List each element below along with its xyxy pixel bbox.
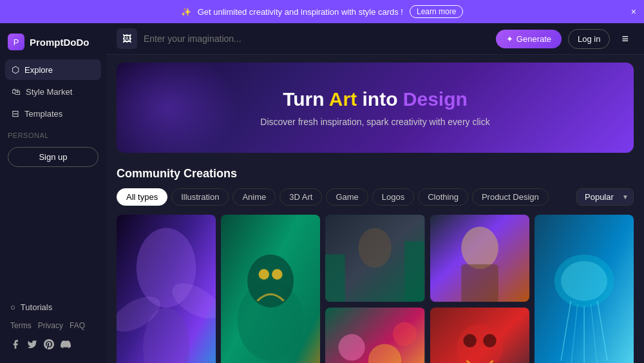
svg-point-31 (463, 334, 477, 348)
svg-rect-11 (325, 255, 345, 302)
faq-link[interactable]: FAQ (70, 321, 85, 330)
grid-item-mask[interactable] (430, 308, 529, 363)
grid-item-forest[interactable] (325, 215, 424, 302)
twitter-icon[interactable] (27, 339, 37, 351)
svg-point-8 (259, 269, 269, 279)
sidebar-explore-label: Explore (24, 65, 53, 75)
svg-rect-16 (461, 264, 498, 302)
community-title: Community Creations (117, 167, 634, 181)
svg-point-7 (247, 255, 294, 308)
image-icon: 🖼 (122, 34, 131, 44)
sidebar-item-tutorials[interactable]: ○ Tutorials (0, 297, 106, 317)
filter-3d-art[interactable]: 3D Art (279, 188, 322, 206)
style-market-icon: 🛍 (12, 86, 21, 97)
explore-icon: ⬡ (12, 64, 19, 75)
sidebar-item-style-market[interactable]: 🛍 Style Market (5, 81, 101, 102)
logo-icon: P (8, 34, 24, 50)
footer-links: Terms Privacy FAQ (0, 317, 106, 334)
grid-item-flowers[interactable] (325, 308, 424, 363)
sort-select[interactable]: Popular Latest Trending (576, 188, 634, 206)
generate-button[interactable]: ✦ Generate (496, 30, 562, 48)
svg-point-13 (359, 228, 392, 268)
templates-icon: ⊟ (12, 108, 19, 119)
tutorials-icon: ○ (10, 302, 15, 312)
banner-text: Get unlimited creativity and inspiration… (198, 7, 403, 17)
banner-close-icon[interactable]: × (631, 6, 636, 17)
grid-item-jellyfish[interactable] (535, 215, 634, 363)
image-grid (117, 215, 634, 363)
svg-point-19 (561, 261, 607, 301)
hero-banner: Turn Art into Design Discover fresh insp… (117, 63, 634, 153)
menu-button[interactable]: ≡ (616, 30, 634, 48)
sidebar-item-templates[interactable]: ⊟ Templates (5, 103, 101, 124)
personal-section-label: Personal (0, 124, 106, 143)
star-icon: ✨ (181, 7, 191, 17)
svg-point-9 (272, 269, 282, 279)
generate-icon: ✦ (506, 34, 513, 44)
pinterest-icon[interactable] (44, 339, 54, 351)
sort-wrapper: Popular Latest Trending ▼ (576, 188, 634, 206)
topbar: 🖼 ✦ Generate Log in ≡ (106, 23, 644, 55)
discord-icon[interactable] (61, 339, 71, 351)
filter-product-design[interactable]: Product Design (472, 188, 549, 206)
sidebar-item-explore[interactable]: ⬡ Explore (5, 59, 101, 80)
community-section: Community Creations All types Illustrati… (106, 161, 644, 363)
grid-item-turtle[interactable] (221, 215, 320, 363)
svg-rect-12 (405, 241, 425, 302)
svg-point-32 (483, 334, 497, 348)
filter-all-types[interactable]: All types (117, 188, 167, 206)
sidebar-style-market-label: Style Market (26, 87, 72, 97)
svg-point-15 (461, 227, 498, 270)
hero-title: Turn Art into Design (129, 88, 621, 110)
sidebar: P PromptDoDo ⬡ Explore 🛍 Style Market ⊟ … (0, 23, 106, 363)
filter-clothing[interactable]: Clothing (418, 188, 468, 206)
svg-point-28 (393, 322, 417, 346)
sidebar-templates-label: Templates (24, 109, 62, 119)
image-upload-button[interactable]: 🖼 (117, 28, 137, 49)
sidebar-nav: ⬡ Explore 🛍 Style Market ⊟ Templates (0, 59, 106, 124)
main-content: 🖼 ✦ Generate Log in ≡ Turn Art into Desi… (106, 23, 644, 363)
filter-anime[interactable]: Anime (232, 188, 276, 206)
privacy-link[interactable]: Privacy (38, 321, 63, 330)
social-links (0, 334, 106, 357)
sign-up-button[interactable]: Sign up (8, 147, 99, 167)
logo-area: P PromptDoDo (0, 30, 106, 59)
tutorials-label: Tutorials (21, 302, 52, 312)
grid-item-fairy[interactable] (117, 215, 216, 363)
grid-item-woman[interactable] (430, 215, 529, 302)
filter-logos[interactable]: Logos (372, 188, 414, 206)
logo-text: PromptDoDo (30, 37, 90, 48)
login-button[interactable]: Log in (568, 29, 610, 49)
hero-subtitle: Discover fresh inspiration, spark creati… (129, 117, 621, 127)
terms-link[interactable]: Terms (10, 321, 32, 330)
filter-illustration[interactable]: Illustration (171, 188, 229, 206)
search-input[interactable] (144, 34, 489, 44)
svg-point-26 (339, 334, 365, 360)
learn-more-button[interactable]: Learn more (410, 5, 463, 18)
filter-row: All types Illustration Anime 3D Art Game… (117, 188, 634, 206)
promo-banner: ✨ Get unlimited creativity and inspirati… (0, 0, 644, 23)
generate-label: Generate (516, 34, 551, 44)
filter-game[interactable]: Game (326, 188, 368, 206)
facebook-icon[interactable] (10, 339, 21, 351)
